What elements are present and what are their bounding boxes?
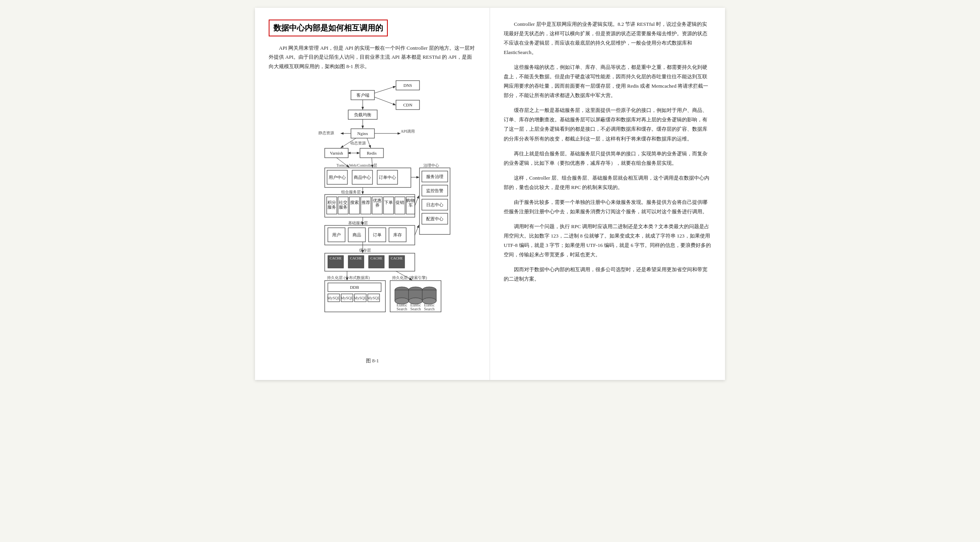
diagram: .diag-box { fill: white; stroke: #333; s… <box>290 79 455 364</box>
svg-text:MySQL: MySQL <box>367 296 380 300</box>
svg-text:基础服务层: 基础服务层 <box>348 221 368 225</box>
svg-text:MySQL: MySQL <box>340 296 353 300</box>
svg-text:CACHE: CACHE <box>350 256 362 260</box>
svg-text:MySQL: MySQL <box>354 296 367 300</box>
svg-rect-64 <box>395 197 405 214</box>
svg-text:服务: 服务 <box>339 205 347 209</box>
svg-line-24 <box>367 138 371 148</box>
svg-text:订单中心: 订单中心 <box>379 175 396 180</box>
svg-text:CACHE: CACHE <box>391 256 403 260</box>
svg-text:用户: 用户 <box>332 232 341 237</box>
right-para-5: 这样，Controller 层、组合服务层、基础服务层就会相互调用，这个调用是在… <box>504 173 711 192</box>
right-para-2: 这些服务端的状态，例如订单、库存、商品等状态，都是重中之重，都需要持久化到硬盘上… <box>504 63 711 100</box>
diagram-container: .diag-box { fill: white; stroke: #333; s… <box>269 79 476 364</box>
svg-text:商品: 商品 <box>353 232 361 237</box>
svg-text:Redis: Redis <box>367 151 376 155</box>
svg-text:搜索: 搜索 <box>350 200 359 205</box>
right-para-4: 再往上就是组合服务层。基础服务层只提供简单的接口，实现简单的业务逻辑，而复杂的业… <box>504 149 711 168</box>
svg-text:Tomcat Web/Controller层: Tomcat Web/Controller层 <box>336 163 377 167</box>
architecture-diagram: .diag-box { fill: white; stroke: #333; s… <box>290 79 455 353</box>
svg-text:服务: 服务 <box>327 205 336 209</box>
svg-text:配置中心: 配置中心 <box>426 216 443 221</box>
right-panel: Controller 层中是互联网应用的业务逻辑实现。8.2 节讲 RESTfu… <box>490 8 725 380</box>
svg-text:服务治理: 服务治理 <box>426 174 443 179</box>
svg-text:社交: 社交 <box>339 200 347 205</box>
svg-text:CACHE: CACHE <box>329 256 342 260</box>
svg-text:持久化层 (搜索引擎): 持久化层 (搜索引擎) <box>392 276 427 280</box>
svg-line-6 <box>374 86 395 93</box>
right-para-1: Controller 层中是互联网应用的业务逻辑实现。8.2 节讲 RESTfu… <box>504 20 711 57</box>
right-para-7: 调用时有一个问题，执行 RPC 调用时应该用二进制还是文本类？文本类最大的问题是… <box>504 222 711 259</box>
chapter-title: 数据中心内部是如何相互调用的 <box>269 20 388 36</box>
svg-line-70 <box>415 196 419 206</box>
svg-text:购物: 购物 <box>406 198 415 203</box>
svg-text:Nginx: Nginx <box>357 131 368 136</box>
svg-text:商品中心: 商品中心 <box>354 175 371 180</box>
svg-text:Search: Search <box>410 307 421 311</box>
svg-text:缓存层: 缓存层 <box>359 248 371 252</box>
svg-text:库存: 库存 <box>393 232 402 237</box>
svg-text:组合服务层: 组合服务层 <box>341 190 361 194</box>
svg-text:优惠: 优惠 <box>373 198 382 203</box>
svg-text:动态资源: 动态资源 <box>350 141 366 145</box>
intro-text: API 网关用来管理 API，但是 API 的实现一般在一个叫作 Control… <box>269 43 476 71</box>
svg-text:用户中心: 用户中心 <box>329 175 346 180</box>
svg-text:促销: 促销 <box>396 200 404 205</box>
right-para-3: 缓存层之上一般是基础服务层，这里面提供一些原子化的接口，例如对于用户、商品、订单… <box>504 106 711 143</box>
svg-text:推荐: 推荐 <box>362 200 370 205</box>
svg-text:订单: 订单 <box>373 232 382 237</box>
svg-text:Search: Search <box>396 307 407 311</box>
svg-text:API调用: API调用 <box>401 129 415 133</box>
svg-rect-62 <box>383 197 394 214</box>
right-para-6: 由于服务比较多，需要一个单独的注册中心来做服务发现。服务提供方会将自己提供哪些服… <box>504 198 711 216</box>
svg-text:DDB: DDB <box>350 285 359 290</box>
svg-text:MySQL: MySQL <box>327 296 340 300</box>
svg-text:持久化层 (分布式数据库): 持久化层 (分布式数据库) <box>327 276 370 280</box>
svg-text:CACHE: CACHE <box>370 256 382 260</box>
svg-text:客户端: 客户端 <box>356 93 369 97</box>
svg-text:日志中心: 日志中心 <box>426 202 443 207</box>
right-para-8: 因而对于数据中心内部的相互调用，很多公司选型时，还是希望采用更加省空间和带宽的二… <box>504 265 711 284</box>
page-container: 数据中心内部是如何相互调用的 API 网关用来管理 API，但是 API 的实现… <box>255 8 725 380</box>
diagram-caption: 图 8-1 <box>290 357 455 364</box>
svg-text:治理中心: 治理中心 <box>423 163 439 167</box>
svg-text:静态资源: 静态资源 <box>318 131 334 135</box>
svg-line-82 <box>415 225 419 235</box>
svg-text:券: 券 <box>375 203 379 207</box>
svg-text:积分: 积分 <box>327 200 336 205</box>
svg-line-7 <box>374 97 395 105</box>
svg-rect-55 <box>349 197 360 214</box>
svg-rect-57 <box>361 197 371 214</box>
svg-text:Varnish: Varnish <box>330 151 343 155</box>
svg-text:监控告警: 监控告警 <box>426 188 443 193</box>
svg-text:车: 车 <box>408 203 412 207</box>
svg-text:负载均衡: 负载均衡 <box>354 112 371 117</box>
left-panel: 数据中心内部是如何相互调用的 API 网关用来管理 API，但是 API 的实现… <box>255 8 490 380</box>
svg-text:Search: Search <box>424 307 434 311</box>
svg-text:CDN: CDN <box>403 103 412 107</box>
svg-text:DNS: DNS <box>403 83 412 88</box>
svg-text:下单: 下单 <box>384 200 393 205</box>
